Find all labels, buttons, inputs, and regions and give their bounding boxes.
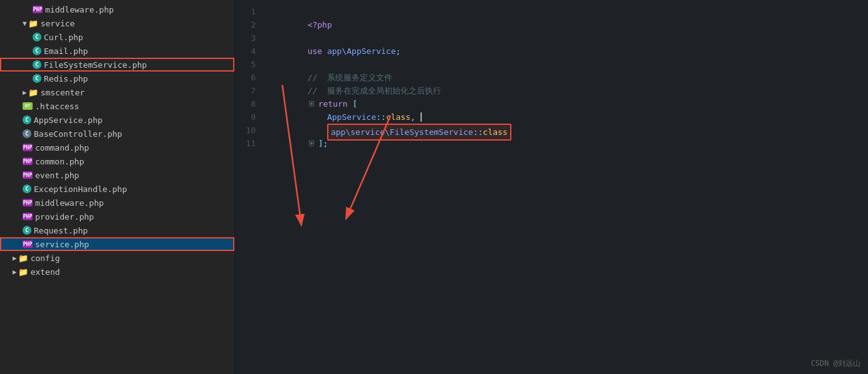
class-icon: C bbox=[23, 184, 31, 193]
tree-label: Curl.php bbox=[44, 33, 83, 42]
tree-label: middleware.php bbox=[45, 5, 114, 14]
code-line-1: <?php bbox=[268, 5, 868, 18]
code-line-10: ⛨]; bbox=[268, 124, 868, 137]
file-tree[interactable]: PHP middleware.php ▼ 📁 service C Curl.ph… bbox=[0, 0, 235, 374]
tree-item-appservice[interactable]: C AppService.php bbox=[0, 113, 234, 127]
tree-label: .htaccess bbox=[35, 102, 79, 111]
class-icon: C bbox=[33, 46, 41, 55]
tree-label: command.php bbox=[35, 143, 89, 152]
tree-label: BaseController.php bbox=[34, 129, 122, 139]
tree-label: Email.php bbox=[44, 46, 88, 56]
tree-item-common[interactable]: PHP common.php bbox=[0, 154, 234, 168]
line-num-9: 9 bbox=[235, 110, 263, 124]
line-num-10: 10 bbox=[235, 124, 263, 137]
folder-icon: 📁 bbox=[28, 18, 38, 28]
tree-label: AppService.php bbox=[34, 115, 103, 125]
line-num-2: 2 bbox=[235, 18, 263, 31]
chevron-right-icon: ▶ bbox=[13, 254, 17, 262]
tree-label: ExceptionHandle.php bbox=[34, 184, 127, 194]
code-line-7: ⛨return [ bbox=[268, 84, 868, 97]
tree-label: service.php bbox=[35, 240, 89, 249]
tree-item-email[interactable]: C Email.php bbox=[0, 44, 234, 58]
line-num-1: 1 bbox=[235, 5, 263, 18]
php-icon: PHP bbox=[23, 144, 33, 151]
tree-item-service-php[interactable]: PHP service.php bbox=[0, 237, 234, 251]
line-num-11: 11 bbox=[235, 137, 263, 150]
line-num-4: 4 bbox=[235, 45, 263, 58]
line-num-5: 5 bbox=[235, 58, 263, 71]
class-icon: C bbox=[23, 129, 31, 138]
line-num-6: 6 bbox=[235, 71, 263, 84]
class-icon: C bbox=[33, 74, 41, 83]
class-icon: C bbox=[23, 115, 31, 124]
class-icon: C bbox=[33, 33, 41, 41]
tree-label: provider.php bbox=[35, 212, 94, 222]
tree-item-filesystemservice[interactable]: C FileSystemService.php bbox=[0, 58, 234, 72]
tree-label: config bbox=[31, 254, 60, 263]
code-line-4 bbox=[268, 45, 868, 58]
code-line-5: // 系统服务定义文件 bbox=[268, 58, 868, 71]
tree-item-htaccess[interactable]: HT .htaccess bbox=[0, 99, 234, 113]
chevron-down-icon: ▼ bbox=[23, 19, 27, 28]
tree-item-config-folder[interactable]: ▶ 📁 config bbox=[0, 251, 234, 265]
tree-item-middleware-top[interactable]: PHP middleware.php bbox=[0, 3, 234, 16]
tree-item-request[interactable]: C Request.php bbox=[0, 223, 234, 237]
php-icon: PHP bbox=[23, 240, 33, 248]
code-line-3: use app\AppService; bbox=[268, 31, 868, 45]
php-icon: PHP bbox=[23, 171, 33, 179]
tree-label: smscenter bbox=[41, 88, 85, 97]
code-editor: 1 2 3 4 5 6 7 8 9 10 11 <?php use app\Ap… bbox=[235, 0, 868, 374]
folder-icon: 📁 bbox=[28, 87, 38, 97]
tree-item-service-folder[interactable]: ▼ 📁 service bbox=[0, 16, 234, 30]
tree-label: common.php bbox=[35, 157, 84, 166]
tree-item-redis[interactable]: C Redis.php bbox=[0, 72, 234, 85]
tree-item-smscenter-folder[interactable]: ▶ 📁 smscenter bbox=[0, 85, 234, 99]
class-icon: C bbox=[23, 226, 31, 235]
tree-item-event[interactable]: PHP event.php bbox=[0, 168, 234, 182]
tree-item-curl[interactable]: C Curl.php bbox=[0, 30, 234, 44]
tree-item-middleware[interactable]: PHP middleware.php bbox=[0, 196, 234, 210]
htaccess-icon: HT bbox=[23, 102, 33, 110]
tree-label: service bbox=[41, 19, 75, 28]
tree-item-command[interactable]: PHP command.php bbox=[0, 141, 234, 154]
class-icon: C bbox=[33, 60, 41, 69]
tree-label: event.php bbox=[35, 171, 79, 180]
line-num-8: 8 bbox=[235, 97, 263, 110]
tree-label: middleware.php bbox=[35, 198, 104, 208]
code-line-2 bbox=[268, 18, 868, 31]
line-num-3: 3 bbox=[235, 31, 263, 45]
tree-label: Redis.php bbox=[44, 74, 88, 83]
tree-item-extend-folder[interactable]: ▶ 📁 extend bbox=[0, 265, 234, 279]
tree-label: Request.php bbox=[34, 226, 88, 235]
chevron-right-icon: ▶ bbox=[23, 88, 27, 97]
line-numbers: 1 2 3 4 5 6 7 8 9 10 11 bbox=[235, 0, 263, 374]
tree-label: FileSystemService.php bbox=[44, 60, 147, 70]
php-icon: PHP bbox=[33, 6, 43, 13]
code-lines[interactable]: <?php use app\AppService; // 系统服务定义文件 //… bbox=[263, 0, 868, 374]
code-line-8: AppService::class, bbox=[268, 97, 868, 110]
code-line-9: app\service\FileSystemService::class bbox=[268, 110, 868, 124]
php-icon: PHP bbox=[23, 158, 33, 165]
folder-icon: 📁 bbox=[18, 267, 28, 277]
php-icon: PHP bbox=[23, 199, 33, 206]
folder-icon: 📁 bbox=[18, 253, 28, 263]
tree-label: extend bbox=[31, 267, 60, 277]
php-icon: PHP bbox=[23, 213, 33, 220]
tree-item-provider[interactable]: PHP provider.php bbox=[0, 210, 234, 223]
chevron-right-icon: ▶ bbox=[13, 268, 17, 276]
line-num-7: 7 bbox=[235, 84, 263, 97]
watermark: CSDN @刘远山 bbox=[811, 358, 860, 369]
code-line-6: // 服务在完成全局初始化之后执行 bbox=[268, 71, 868, 84]
tree-item-exceptionhandle[interactable]: C ExceptionHandle.php bbox=[0, 182, 234, 196]
tree-item-basecontroller[interactable]: C BaseController.php bbox=[0, 127, 234, 141]
code-line-11 bbox=[268, 137, 868, 150]
